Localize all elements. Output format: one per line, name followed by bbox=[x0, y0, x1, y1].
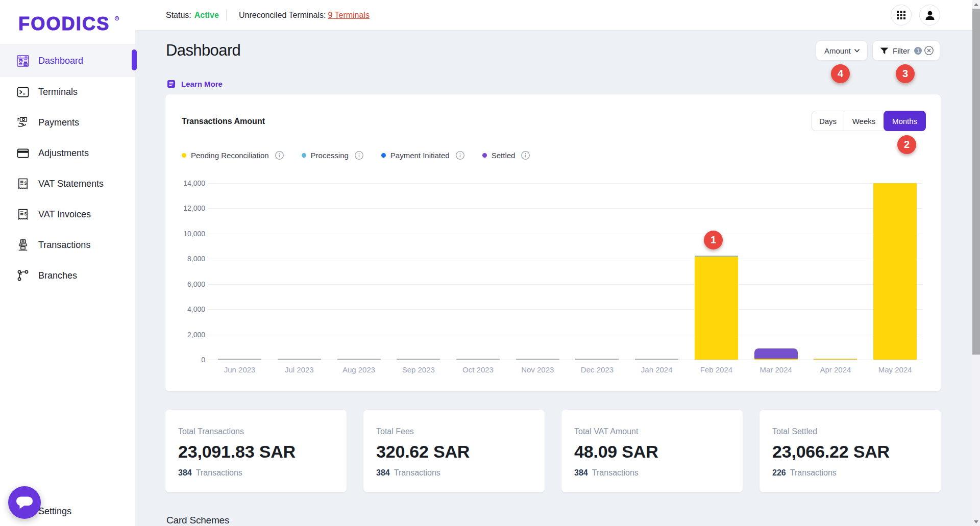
svg-text:$: $ bbox=[24, 211, 27, 216]
svg-text:R: R bbox=[116, 17, 118, 20]
svg-text:$: $ bbox=[24, 180, 27, 185]
svg-text:FOODICS: FOODICS bbox=[19, 15, 110, 33]
